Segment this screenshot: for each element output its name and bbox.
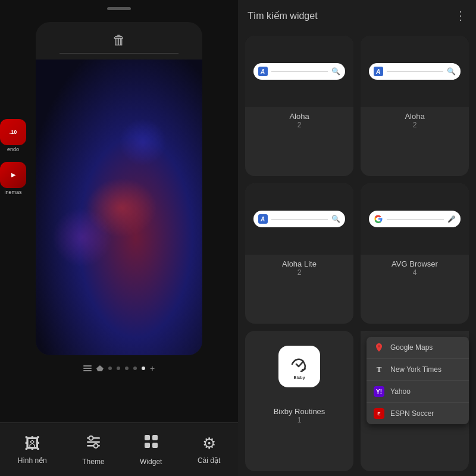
maps-label: Google Maps (390, 343, 433, 352)
page-dots: + (83, 364, 155, 373)
dot3[interactable] (125, 367, 129, 370)
espn-icon: E (374, 408, 384, 419)
bixby-icon: Bixby (278, 346, 320, 387)
widget-count: 1 (251, 416, 347, 424)
widget-name: AVG Browser (367, 259, 463, 268)
svg-point-3 (89, 436, 93, 440)
svg-rect-7 (145, 443, 150, 448)
widget-info: Aloha 2 (361, 107, 469, 134)
list-item[interactable]: ▶ inemas (0, 162, 26, 195)
nintendo-icon: .10 (0, 119, 26, 145)
wallpaper-preview (36, 60, 202, 355)
widget-preview: A 🔍 (361, 36, 469, 107)
google-maps-icon (374, 342, 384, 353)
widget-info: Bixby Routines 1 (245, 402, 353, 429)
svg-rect-1 (87, 441, 100, 443)
yahoo-icon: Y! (374, 386, 384, 397)
widget-card-aloha1[interactable]: A 🔍 Aloha 2 (245, 36, 353, 176)
app-label: endo (7, 146, 19, 152)
svg-rect-5 (145, 435, 150, 440)
cinemas-icon: ▶ (0, 162, 26, 188)
nav-theme-label: Theme (82, 458, 104, 466)
svg-rect-6 (152, 435, 158, 440)
blob3 (52, 208, 112, 267)
phone-screen-card: 🗑 (36, 22, 202, 355)
brave-dropdown: Google Maps T New York Times Y! Yahoo E … (367, 337, 469, 424)
widget-name: Bixby Routines (251, 407, 347, 416)
widget-name: Aloha (251, 112, 347, 121)
bottom-nav: 🖼 Hình nền Theme (0, 422, 238, 476)
widget-info: Aloha 2 (245, 107, 353, 134)
dropdown-item-espn[interactable]: E ESPN Soccer (367, 403, 469, 424)
widget-info: Aloha Lite 2 (245, 255, 353, 281)
widget-name: Aloha (367, 112, 463, 121)
brave-preview: Google Maps T New York Times Y! Yahoo E … (361, 331, 469, 402)
nav-settings-label: Cài đặt (198, 456, 220, 465)
widget-count: 2 (251, 121, 347, 129)
widget-count: 2 (251, 268, 347, 277)
dropdown-item-maps[interactable]: Google Maps (367, 337, 469, 359)
home-indicator (107, 7, 131, 10)
widget-search-bar: A 🔍 (253, 211, 346, 227)
dot4[interactable] (133, 367, 137, 370)
dropdown-item-yahoo[interactable]: Y! Yahoo (367, 381, 469, 403)
left-edge-apps: .10 endo ▶ inemas (0, 119, 26, 195)
home-dot[interactable] (96, 365, 104, 371)
dot2[interactable] (117, 367, 120, 370)
svg-point-4 (93, 443, 98, 447)
add-dot[interactable]: + (150, 364, 155, 373)
wallpaper-icon: 🖼 (24, 434, 40, 453)
nav-widget-label: Widget (140, 458, 162, 466)
search-header: Tìm kiếm widget ⋮ (238, 0, 476, 31)
widget-preview: A 🔍 (245, 183, 353, 255)
widget-card-aloha-lite[interactable]: A 🔍 Aloha Lite 2 (245, 183, 353, 324)
widget-search-bar: A 🔍 (253, 63, 346, 80)
nav-wallpaper-label: Hình nền (18, 456, 47, 465)
svg-rect-8 (152, 443, 158, 448)
dropdown-item-nyt[interactable]: T New York Times (367, 359, 469, 381)
hamburger-dot[interactable] (83, 365, 92, 371)
aloha-logo: A (258, 67, 268, 76)
widget-name: Aloha Lite (251, 259, 347, 268)
widget-preview: 🎤 (361, 183, 469, 255)
blob2 (119, 118, 167, 166)
divider (60, 53, 178, 54)
espn-label: ESPN Soccer (390, 409, 434, 418)
delete-icon[interactable]: 🗑 (112, 33, 126, 48)
widget-search-bar: 🎤 (369, 211, 461, 227)
left-panel: .10 endo ▶ inemas 🗑 (0, 0, 238, 476)
settings-icon: ⚙ (202, 434, 216, 453)
nav-theme[interactable]: Theme (82, 434, 104, 466)
widget-preview: A 🔍 (245, 36, 353, 107)
app-label: inemas (4, 189, 21, 195)
theme-icon (85, 434, 102, 454)
dot1[interactable] (108, 367, 112, 370)
nav-settings[interactable]: ⚙ Cài đặt (198, 434, 220, 465)
nyt-icon: T (374, 364, 384, 375)
nyt-label: New York Times (390, 365, 441, 374)
aloha-logo: A (374, 67, 383, 76)
nav-widget[interactable]: Widget (140, 433, 162, 466)
google-logo (374, 214, 383, 224)
search-title: Tìm kiếm widget (248, 10, 318, 21)
widgets-grid: A 🔍 Aloha 2 A 🔍 Aloha 2 (238, 31, 476, 476)
widget-search-bar: A 🔍 (369, 63, 461, 80)
nav-wallpaper[interactable]: 🖼 Hình nền (18, 434, 47, 465)
list-item[interactable]: .10 endo (0, 119, 26, 152)
widget-card-brave[interactable]: Google Maps T New York Times Y! Yahoo E … (361, 331, 469, 471)
widget-card-bixby[interactable]: Bixby Bixby Routines 1 (245, 331, 353, 471)
delete-area: 🗑 (36, 22, 202, 60)
yahoo-label: Yahoo (390, 387, 411, 396)
widget-count: 4 (367, 268, 463, 277)
more-options-icon[interactable]: ⋮ (455, 8, 466, 23)
widget-info: AVG Browser 4 (361, 255, 469, 281)
widget-card-avg[interactable]: 🎤 AVG Browser 4 (361, 183, 469, 324)
aloha-lite-logo: A (258, 214, 268, 224)
bixby-preview: Bixby (245, 331, 353, 402)
widget-count: 2 (367, 121, 463, 129)
dot-active[interactable] (142, 367, 145, 370)
widget-icon (143, 433, 159, 454)
widget-card-aloha2[interactable]: A 🔍 Aloha 2 (361, 36, 469, 176)
right-panel: Tìm kiếm widget ⋮ A 🔍 Aloha 2 A (238, 0, 476, 476)
